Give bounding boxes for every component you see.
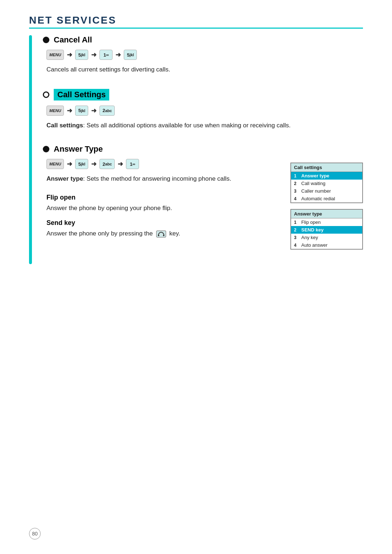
menu-popup-call-settings: Call settings 1 Answer type 2 Call waiti…: [290, 163, 363, 203]
menu-item-send-key: 2 SEND key: [291, 226, 362, 234]
answer-type-right: Call settings 1 Answer type 2 Call waiti…: [290, 163, 363, 250]
send-key-heading: Send key: [46, 219, 279, 227]
menu-item-auto-answer: 4 Auto answer: [291, 241, 362, 249]
answer-type-description: Answer type: Sets the method for answeri…: [46, 174, 279, 184]
section-answer-type: Answer Type MENU ➜ 5 jkl ➜ 2 abc ➜ 1 ∞: [43, 144, 363, 250]
call-settings-title: Call Settings: [54, 89, 109, 100]
page-title: NET SERVICES: [29, 15, 363, 26]
send-key-section: Send key Answer the phone only by pressi…: [43, 219, 279, 238]
answer-type-two-col: MENU ➜ 5 jkl ➜ 2 abc ➜ 1 ∞ Answer type: …: [43, 159, 363, 250]
nav-key-1inf-at: 1 ∞: [126, 159, 139, 169]
nav-arrow-cs-2: ➜: [91, 107, 97, 115]
nav-arrow-at-3: ➜: [118, 160, 123, 168]
menu-item-flip-open: 1 Flip open: [291, 218, 362, 226]
nav-key-1inf: 1 ∞: [99, 50, 113, 60]
menu-popup-answer-type-title: Answer type: [291, 210, 362, 218]
nav-key-2abc-cs: 2 abc: [99, 106, 115, 116]
nav-key-5jkl-cs: 5 jkl: [75, 106, 88, 116]
nav-key-2abc-at: 2 abc: [99, 159, 115, 169]
svg-rect-0: [156, 231, 166, 237]
answer-type-heading: Answer Type: [43, 144, 363, 154]
nav-key-5jkl-2: 5 jkl: [124, 50, 137, 60]
menu-popup-answer-type: Answer type 1 Flip open 2 SEND key 3 Any…: [290, 209, 363, 250]
flip-open-section: Flip open Answer the phone by opening yo…: [43, 194, 279, 213]
nav-key-5jkl-at: 5 jkl: [75, 159, 88, 169]
flip-open-heading: Flip open: [46, 194, 279, 201]
section-cancel-all: Cancel All MENU ➜ 5 jkl ➜ 1 ∞ ➜ 5 jkl Ca…: [43, 35, 363, 74]
title-underline: [29, 28, 363, 29]
bullet-outline-call-settings: [43, 91, 49, 98]
menu-item-caller-number: 3 Caller number: [291, 187, 362, 195]
nav-key-menu-cs: MENU: [46, 106, 64, 116]
nav-key-menu-at: MENU: [46, 159, 64, 169]
answer-type-nav: MENU ➜ 5 jkl ➜ 2 abc ➜ 1 ∞: [46, 159, 279, 169]
bullet-filled-answer-type: [43, 146, 49, 152]
answer-type-left: MENU ➜ 5 jkl ➜ 2 abc ➜ 1 ∞ Answer type: …: [43, 159, 279, 250]
call-settings-nav: MENU ➜ 5 jkl ➜ 2 abc: [46, 106, 363, 116]
section-call-settings: Call Settings MENU ➜ 5 jkl ➜ 2 abc Call …: [43, 89, 363, 130]
menu-popup-call-settings-title: Call settings: [291, 163, 362, 172]
nav-key-5jkl-1: 5 jkl: [75, 50, 88, 60]
menu-item-any-key: 3 Any key: [291, 234, 362, 241]
cancel-all-heading: Cancel All: [43, 35, 363, 45]
page-number: 80: [29, 528, 41, 539]
nav-arrow-3: ➜: [115, 51, 121, 59]
nav-arrow-at-1: ➜: [67, 160, 72, 168]
menu-item-answer-type: 1 Answer type: [291, 172, 362, 180]
cancel-all-title: Cancel All: [54, 35, 92, 45]
page-title-section: NET SERVICES: [29, 15, 363, 29]
call-settings-description: Call settings: Sets all additional optio…: [46, 121, 363, 130]
cancel-all-description: Cancels all current settings for diverti…: [46, 65, 363, 74]
bullet-filled-cancel-all: [43, 37, 49, 43]
menu-item-call-waiting: 2 Call waiting: [291, 180, 362, 187]
send-key-icon: [156, 230, 166, 238]
nav-key-menu: MENU: [46, 50, 64, 60]
nav-arrow-at-2: ➜: [91, 160, 97, 168]
svg-point-1: [158, 235, 159, 236]
main-content: Cancel All MENU ➜ 5 jkl ➜ 1 ∞ ➜ 5 jkl Ca…: [43, 35, 363, 264]
answer-type-title: Answer Type: [54, 144, 103, 154]
flip-open-description: Answer the phone by opening your phone f…: [46, 204, 279, 213]
nav-arrow-2: ➜: [91, 51, 97, 59]
nav-arrow-cs-1: ➜: [67, 107, 72, 115]
content-area: Cancel All MENU ➜ 5 jkl ➜ 1 ∞ ➜ 5 jkl Ca…: [29, 35, 363, 264]
left-bar: [29, 35, 32, 264]
svg-point-2: [163, 235, 164, 236]
nav-arrow-1: ➜: [67, 51, 72, 59]
cancel-all-nav: MENU ➜ 5 jkl ➜ 1 ∞ ➜ 5 jkl: [46, 50, 363, 60]
call-settings-heading: Call Settings: [43, 89, 363, 100]
menu-item-automatic-redial: 4 Automatic redial: [291, 195, 362, 202]
send-key-description: Answer the phone only by pressing the ke…: [46, 229, 279, 238]
